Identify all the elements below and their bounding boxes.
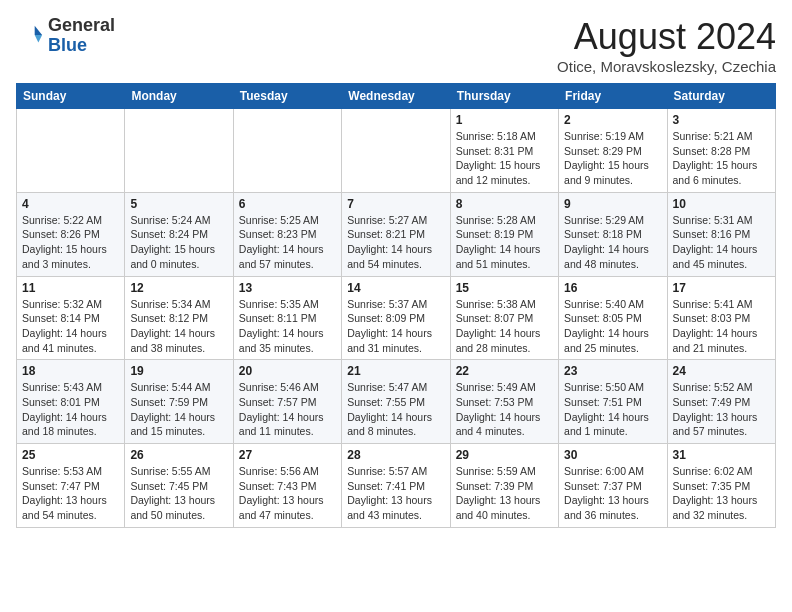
day-header-monday: Monday <box>125 84 233 109</box>
page-header: General Blue August 2024 Otice, Moravsko… <box>16 16 776 75</box>
day-number: 16 <box>564 281 661 295</box>
day-info: Sunrise: 6:00 AM Sunset: 7:37 PM Dayligh… <box>564 464 661 523</box>
day-info: Sunrise: 5:43 AM Sunset: 8:01 PM Dayligh… <box>22 380 119 439</box>
logo: General Blue <box>16 16 115 56</box>
day-number: 7 <box>347 197 444 211</box>
day-info: Sunrise: 5:27 AM Sunset: 8:21 PM Dayligh… <box>347 213 444 272</box>
day-info: Sunrise: 5:37 AM Sunset: 8:09 PM Dayligh… <box>347 297 444 356</box>
calendar-cell: 30Sunrise: 6:00 AM Sunset: 7:37 PM Dayli… <box>559 444 667 528</box>
day-number: 11 <box>22 281 119 295</box>
calendar-cell: 31Sunrise: 6:02 AM Sunset: 7:35 PM Dayli… <box>667 444 775 528</box>
day-number: 5 <box>130 197 227 211</box>
calendar-cell: 4Sunrise: 5:22 AM Sunset: 8:26 PM Daylig… <box>17 192 125 276</box>
calendar-cell: 19Sunrise: 5:44 AM Sunset: 7:59 PM Dayli… <box>125 360 233 444</box>
calendar-cell: 13Sunrise: 5:35 AM Sunset: 8:11 PM Dayli… <box>233 276 341 360</box>
calendar-cell: 14Sunrise: 5:37 AM Sunset: 8:09 PM Dayli… <box>342 276 450 360</box>
day-number: 30 <box>564 448 661 462</box>
title-block: August 2024 Otice, Moravskoslezsky, Czec… <box>557 16 776 75</box>
day-number: 13 <box>239 281 336 295</box>
calendar-cell: 24Sunrise: 5:52 AM Sunset: 7:49 PM Dayli… <box>667 360 775 444</box>
day-info: Sunrise: 5:50 AM Sunset: 7:51 PM Dayligh… <box>564 380 661 439</box>
day-header-wednesday: Wednesday <box>342 84 450 109</box>
day-number: 26 <box>130 448 227 462</box>
calendar-week-row: 11Sunrise: 5:32 AM Sunset: 8:14 PM Dayli… <box>17 276 776 360</box>
calendar-week-row: 4Sunrise: 5:22 AM Sunset: 8:26 PM Daylig… <box>17 192 776 276</box>
day-number: 14 <box>347 281 444 295</box>
day-info: Sunrise: 5:52 AM Sunset: 7:49 PM Dayligh… <box>673 380 770 439</box>
calendar-cell: 5Sunrise: 5:24 AM Sunset: 8:24 PM Daylig… <box>125 192 233 276</box>
calendar-cell: 12Sunrise: 5:34 AM Sunset: 8:12 PM Dayli… <box>125 276 233 360</box>
calendar-cell: 17Sunrise: 5:41 AM Sunset: 8:03 PM Dayli… <box>667 276 775 360</box>
day-info: Sunrise: 5:28 AM Sunset: 8:19 PM Dayligh… <box>456 213 553 272</box>
day-header-thursday: Thursday <box>450 84 558 109</box>
day-number: 17 <box>673 281 770 295</box>
day-info: Sunrise: 5:44 AM Sunset: 7:59 PM Dayligh… <box>130 380 227 439</box>
day-info: Sunrise: 5:55 AM Sunset: 7:45 PM Dayligh… <box>130 464 227 523</box>
day-number: 4 <box>22 197 119 211</box>
calendar-cell: 2Sunrise: 5:19 AM Sunset: 8:29 PM Daylig… <box>559 109 667 193</box>
calendar-cell: 21Sunrise: 5:47 AM Sunset: 7:55 PM Dayli… <box>342 360 450 444</box>
calendar-header-row: SundayMondayTuesdayWednesdayThursdayFrid… <box>17 84 776 109</box>
calendar-cell: 27Sunrise: 5:56 AM Sunset: 7:43 PM Dayli… <box>233 444 341 528</box>
day-info: Sunrise: 6:02 AM Sunset: 7:35 PM Dayligh… <box>673 464 770 523</box>
day-info: Sunrise: 5:40 AM Sunset: 8:05 PM Dayligh… <box>564 297 661 356</box>
day-number: 24 <box>673 364 770 378</box>
calendar-cell: 11Sunrise: 5:32 AM Sunset: 8:14 PM Dayli… <box>17 276 125 360</box>
day-number: 31 <box>673 448 770 462</box>
calendar-cell <box>233 109 341 193</box>
day-header-saturday: Saturday <box>667 84 775 109</box>
day-number: 1 <box>456 113 553 127</box>
calendar-week-row: 25Sunrise: 5:53 AM Sunset: 7:47 PM Dayli… <box>17 444 776 528</box>
day-number: 28 <box>347 448 444 462</box>
day-info: Sunrise: 5:53 AM Sunset: 7:47 PM Dayligh… <box>22 464 119 523</box>
calendar-cell: 28Sunrise: 5:57 AM Sunset: 7:41 PM Dayli… <box>342 444 450 528</box>
calendar-table: SundayMondayTuesdayWednesdayThursdayFrid… <box>16 83 776 528</box>
day-info: Sunrise: 5:59 AM Sunset: 7:39 PM Dayligh… <box>456 464 553 523</box>
day-number: 20 <box>239 364 336 378</box>
day-info: Sunrise: 5:32 AM Sunset: 8:14 PM Dayligh… <box>22 297 119 356</box>
day-info: Sunrise: 5:46 AM Sunset: 7:57 PM Dayligh… <box>239 380 336 439</box>
day-number: 8 <box>456 197 553 211</box>
day-info: Sunrise: 5:47 AM Sunset: 7:55 PM Dayligh… <box>347 380 444 439</box>
day-info: Sunrise: 5:49 AM Sunset: 7:53 PM Dayligh… <box>456 380 553 439</box>
day-number: 27 <box>239 448 336 462</box>
calendar-cell <box>342 109 450 193</box>
day-info: Sunrise: 5:38 AM Sunset: 8:07 PM Dayligh… <box>456 297 553 356</box>
day-info: Sunrise: 5:24 AM Sunset: 8:24 PM Dayligh… <box>130 213 227 272</box>
day-info: Sunrise: 5:29 AM Sunset: 8:18 PM Dayligh… <box>564 213 661 272</box>
calendar-cell: 7Sunrise: 5:27 AM Sunset: 8:21 PM Daylig… <box>342 192 450 276</box>
day-number: 21 <box>347 364 444 378</box>
day-header-friday: Friday <box>559 84 667 109</box>
day-number: 18 <box>22 364 119 378</box>
day-info: Sunrise: 5:25 AM Sunset: 8:23 PM Dayligh… <box>239 213 336 272</box>
calendar-cell: 23Sunrise: 5:50 AM Sunset: 7:51 PM Dayli… <box>559 360 667 444</box>
day-number: 25 <box>22 448 119 462</box>
calendar-cell: 6Sunrise: 5:25 AM Sunset: 8:23 PM Daylig… <box>233 192 341 276</box>
calendar-cell: 25Sunrise: 5:53 AM Sunset: 7:47 PM Dayli… <box>17 444 125 528</box>
svg-marker-1 <box>35 35 42 42</box>
day-info: Sunrise: 5:41 AM Sunset: 8:03 PM Dayligh… <box>673 297 770 356</box>
day-number: 29 <box>456 448 553 462</box>
location-text: Otice, Moravskoslezsky, Czechia <box>557 58 776 75</box>
day-info: Sunrise: 5:56 AM Sunset: 7:43 PM Dayligh… <box>239 464 336 523</box>
day-info: Sunrise: 5:35 AM Sunset: 8:11 PM Dayligh… <box>239 297 336 356</box>
day-info: Sunrise: 5:22 AM Sunset: 8:26 PM Dayligh… <box>22 213 119 272</box>
day-info: Sunrise: 5:21 AM Sunset: 8:28 PM Dayligh… <box>673 129 770 188</box>
day-number: 10 <box>673 197 770 211</box>
calendar-week-row: 18Sunrise: 5:43 AM Sunset: 8:01 PM Dayli… <box>17 360 776 444</box>
calendar-cell <box>17 109 125 193</box>
day-number: 3 <box>673 113 770 127</box>
calendar-cell: 3Sunrise: 5:21 AM Sunset: 8:28 PM Daylig… <box>667 109 775 193</box>
day-number: 19 <box>130 364 227 378</box>
day-number: 6 <box>239 197 336 211</box>
day-header-sunday: Sunday <box>17 84 125 109</box>
calendar-cell: 22Sunrise: 5:49 AM Sunset: 7:53 PM Dayli… <box>450 360 558 444</box>
calendar-cell: 1Sunrise: 5:18 AM Sunset: 8:31 PM Daylig… <box>450 109 558 193</box>
logo-general: General <box>48 16 115 36</box>
month-year-title: August 2024 <box>557 16 776 58</box>
day-info: Sunrise: 5:34 AM Sunset: 8:12 PM Dayligh… <box>130 297 227 356</box>
day-number: 23 <box>564 364 661 378</box>
calendar-cell: 26Sunrise: 5:55 AM Sunset: 7:45 PM Dayli… <box>125 444 233 528</box>
day-info: Sunrise: 5:57 AM Sunset: 7:41 PM Dayligh… <box>347 464 444 523</box>
calendar-cell: 9Sunrise: 5:29 AM Sunset: 8:18 PM Daylig… <box>559 192 667 276</box>
